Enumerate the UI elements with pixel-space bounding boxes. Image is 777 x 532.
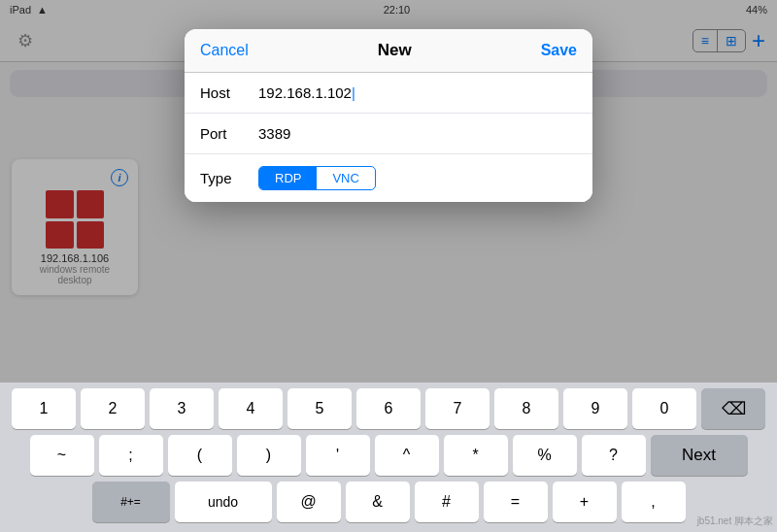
key-0[interactable]: 0 <box>632 388 696 429</box>
key-asterisk[interactable]: * <box>444 435 508 476</box>
key-6[interactable]: 6 <box>356 388 421 429</box>
key-undo[interactable]: undo <box>175 482 272 522</box>
vnc-button[interactable]: VNC <box>317 167 374 189</box>
key-2[interactable]: 2 <box>81 388 145 429</box>
key-hash[interactable]: # <box>415 482 479 522</box>
key-question[interactable]: ? <box>582 435 646 476</box>
watermark: jb51.net 脚本之家 <box>697 515 773 528</box>
key-1[interactable]: 1 <box>12 388 76 429</box>
keyboard-row-1: 1 2 3 4 5 6 7 8 9 0 ⌫ <box>3 388 774 429</box>
key-apostrophe[interactable]: ' <box>306 435 370 476</box>
key-percent[interactable]: % <box>513 435 577 476</box>
host-row: Host 192.168.1.102 <box>185 73 592 114</box>
port-row: Port 3389 <box>185 114 592 154</box>
key-7[interactable]: 7 <box>425 388 490 429</box>
modal-body: Host 192.168.1.102 Port 3389 Type RDP VN… <box>185 73 592 202</box>
key-8[interactable]: 8 <box>494 388 558 429</box>
key-comma[interactable]: , <box>622 482 686 522</box>
key-ampersand[interactable]: & <box>346 482 410 522</box>
modal-dialog: Cancel New Save Host 192.168.1.102 Port … <box>185 29 592 202</box>
rdp-button[interactable]: RDP <box>259 167 317 189</box>
key-3[interactable]: 3 <box>150 388 214 429</box>
type-row: Type RDP VNC <box>185 154 592 202</box>
keyboard: 1 2 3 4 5 6 7 8 9 0 ⌫ ~ ; ( ) ' ^ * % ? … <box>0 382 777 532</box>
key-hashtag-plus-eq[interactable]: #+= <box>92 482 170 522</box>
key-semicolon[interactable]: ; <box>99 435 163 476</box>
key-tilde[interactable]: ~ <box>30 435 94 476</box>
backspace-key[interactable]: ⌫ <box>701 388 765 429</box>
key-9[interactable]: 9 <box>563 388 627 429</box>
key-5[interactable]: 5 <box>287 388 352 429</box>
key-at[interactable]: @ <box>277 482 341 522</box>
modal-header: Cancel New Save <box>185 29 592 73</box>
save-button[interactable]: Save <box>541 42 577 59</box>
keyboard-row-3: #+= undo @ & # = + , <box>3 482 774 522</box>
host-value[interactable]: 192.168.1.102 <box>258 84 577 101</box>
keyboard-row-2: ~ ; ( ) ' ^ * % ? Next <box>3 435 774 476</box>
key-plus[interactable]: + <box>553 482 617 522</box>
backspace-icon: ⌫ <box>722 398 746 419</box>
key-4[interactable]: 4 <box>219 388 283 429</box>
port-label: Port <box>200 125 258 142</box>
next-key[interactable]: Next <box>651 435 748 476</box>
port-value[interactable]: 3389 <box>258 125 577 142</box>
type-label: Type <box>200 170 258 186</box>
key-lparen[interactable]: ( <box>168 435 232 476</box>
type-segmented-control[interactable]: RDP VNC <box>258 166 376 190</box>
modal-title: New <box>378 41 412 60</box>
host-label: Host <box>200 84 258 101</box>
key-rparen[interactable]: ) <box>237 435 301 476</box>
cancel-button[interactable]: Cancel <box>200 42 249 59</box>
key-equals[interactable]: = <box>484 482 548 522</box>
key-caret[interactable]: ^ <box>375 435 439 476</box>
